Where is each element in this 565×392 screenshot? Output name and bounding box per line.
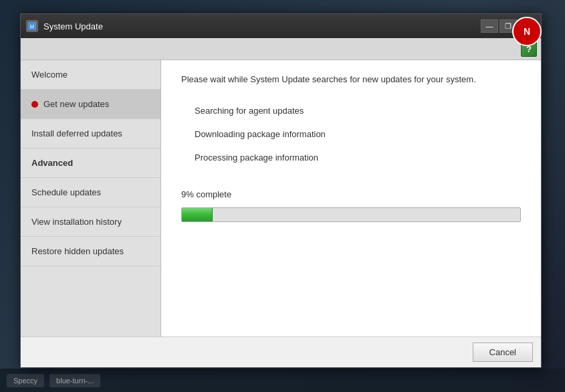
app-icon: U	[26, 20, 38, 32]
minimize-button[interactable]: —	[481, 19, 498, 33]
sidebar-item-get-new-updates-label: Get new updates	[43, 99, 109, 109]
sidebar-item-view-installation-history[interactable]: View installation history	[21, 207, 160, 237]
bottom-bar: Cancel	[21, 336, 541, 367]
sidebar-item-restore-hidden-label: Restore hidden updates	[31, 246, 124, 256]
cancel-button[interactable]: Cancel	[473, 342, 533, 362]
sidebar-item-schedule-updates-label: Schedule updates	[31, 187, 101, 197]
status-item-1: Downloading package information	[181, 129, 521, 139]
main-content: Welcome Get new updates Install deferred…	[21, 60, 541, 336]
sidebar-item-advanced[interactable]: Advanced	[21, 149, 160, 178]
title-bar-left: U System Update	[26, 20, 103, 32]
content-pane: Please wait while System Update searches…	[161, 60, 541, 336]
sidebar-item-advanced-label: Advanced	[31, 158, 73, 168]
svg-text:U: U	[30, 23, 34, 29]
sidebar-item-install-deferred[interactable]: Install deferred updates	[21, 119, 160, 149]
sidebar-item-view-installation-history-label: View installation history	[31, 217, 122, 227]
progress-bar-fill	[182, 208, 213, 221]
sidebar-item-install-deferred-label: Install deferred updates	[31, 128, 122, 138]
progress-label: 9% complete	[181, 189, 521, 199]
lenovo-badge: N	[512, 17, 542, 46]
sidebar-item-schedule-updates[interactable]: Schedule updates	[21, 178, 160, 207]
status-item-0: Searching for agent updates	[181, 106, 521, 116]
sidebar: Welcome Get new updates Install deferred…	[21, 60, 161, 336]
sidebar-item-get-new-updates[interactable]: Get new updates	[21, 90, 160, 119]
sidebar-item-welcome[interactable]: Welcome	[21, 60, 160, 90]
content-description: Please wait while System Update searches…	[181, 74, 521, 86]
taskbar-item-blue-turn[interactable]: blue-turn-...	[49, 374, 100, 387]
window-title: System Update	[43, 21, 103, 31]
taskbar: Speccy blue-turn-...	[0, 369, 565, 392]
status-item-2: Processing package information	[181, 153, 521, 163]
progress-bar-container	[181, 207, 521, 222]
help-area: ?	[21, 38, 541, 60]
system-update-window: U System Update — ❐ ✕ ? Welcome Get new …	[20, 13, 542, 368]
sidebar-item-restore-hidden[interactable]: Restore hidden updates	[21, 237, 160, 266]
title-bar: U System Update — ❐ ✕	[21, 14, 541, 38]
taskbar-item-speccy[interactable]: Speccy	[7, 374, 44, 387]
sidebar-item-welcome-label: Welcome	[31, 70, 68, 80]
